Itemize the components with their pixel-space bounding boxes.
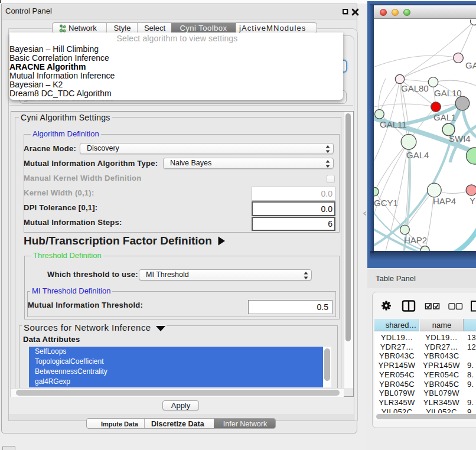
- svg-text:SWI4: SWI4: [449, 133, 471, 144]
- svg-text:GAL4: GAL4: [406, 150, 429, 160]
- svg-text:GAL1: GAL1: [433, 112, 456, 122]
- svg-text:GCY1: GCY1: [374, 198, 398, 208]
- svg-text:YP: YP: [470, 195, 476, 206]
- svg-text:HAP4: HAP4: [433, 196, 456, 206]
- svg-text:GAL11: GAL11: [380, 119, 407, 129]
- svg-text:GAL10: GAL10: [434, 88, 462, 98]
- svg-text:GAL80: GAL80: [401, 83, 429, 93]
- svg-text:GAL7: GAL7: [465, 60, 476, 70]
- svg-text:HAP2: HAP2: [404, 235, 427, 245]
